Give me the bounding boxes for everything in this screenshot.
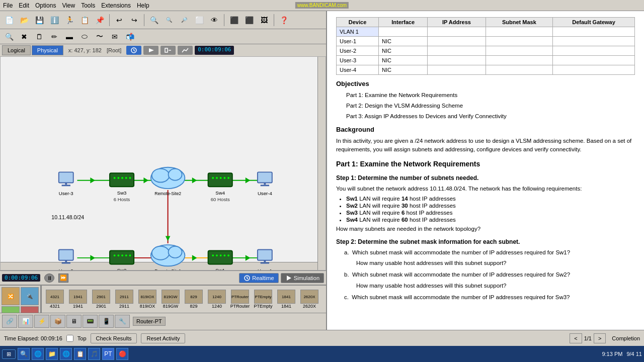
palette-selected-label: Router-PT	[133, 317, 166, 326]
zoom-in-btn[interactable]: 🔍	[147, 13, 161, 27]
start-button[interactable]: ⊞	[2, 349, 16, 359]
taskbar-firefox[interactable]: 🔴	[116, 348, 128, 360]
taskbar-app1[interactable]: 📋	[74, 348, 86, 360]
simulation-btn[interactable]: Simulation	[281, 273, 324, 283]
svg-point-55	[114, 254, 116, 256]
network-canvas[interactable]: User-3 Sw3 6 Hosts Remote-Site2	[0, 56, 326, 270]
palette-tool3[interactable]: ⚡	[34, 315, 49, 328]
activity-btn[interactable]: 🏃	[62, 13, 76, 27]
note-btn[interactable]: 🗒	[32, 30, 46, 44]
zoom-out-btn[interactable]: 🔎	[177, 13, 191, 27]
menu-tools[interactable]: Tools	[81, 2, 95, 9]
svg-point-27	[114, 177, 116, 179]
palette-device-1240[interactable]: 12401240	[206, 290, 228, 309]
play-btn[interactable]: ⏸	[44, 274, 54, 283]
menu-edit[interactable]: Edit	[19, 2, 29, 9]
table-cell	[428, 65, 486, 75]
envelope-btn[interactable]: ✉	[108, 30, 122, 44]
palette-device-PTEmpty[interactable]: PTEmptyPTEmpty	[252, 290, 274, 309]
table-cell	[428, 27, 486, 37]
palette-device-819GW[interactable]: 819GW819GW	[159, 290, 182, 309]
select-btn[interactable]: 🔍	[2, 30, 16, 44]
palette-wireless-icon[interactable]: 📡	[2, 306, 20, 313]
undo-btn[interactable]: ↩	[112, 13, 126, 27]
palette-device-1841[interactable]: 18411841	[275, 290, 297, 309]
svg-rect-48	[261, 185, 269, 186]
save-btn[interactable]: 💾	[32, 13, 46, 27]
redo-btn[interactable]: ↪	[127, 13, 141, 27]
table-cell: User-3	[337, 56, 379, 65]
graph-icon[interactable]	[178, 46, 193, 55]
palette-device-829[interactable]: 829829	[183, 290, 205, 309]
rect-btn[interactable]: ⬜	[192, 13, 206, 27]
palette-device-4321[interactable]: 43214321	[44, 290, 66, 309]
paste-btn[interactable]: 📌	[93, 13, 107, 27]
svg-rect-38	[208, 173, 232, 187]
zoom-out-small-btn[interactable]: 🔍	[162, 13, 176, 27]
reset-activity-button[interactable]: Reset Activity	[141, 333, 185, 343]
pause-btn[interactable]: ⏸	[44, 274, 54, 283]
timer-display: 0:00:09:06	[195, 46, 234, 55]
menu-options[interactable]: Options	[35, 2, 56, 9]
tab-logical[interactable]: Logical	[2, 45, 31, 55]
new-btn[interactable]: 📄	[2, 13, 16, 27]
top-checkbox[interactable]	[66, 335, 73, 342]
menu-extensions[interactable]: Extensions	[101, 2, 131, 9]
menu-help[interactable]: Help	[137, 2, 149, 9]
copy-btn[interactable]: 📋	[77, 13, 92, 27]
palette-device-819IOX[interactable]: 819IOX819IOX	[136, 290, 158, 309]
ellipse-btn[interactable]: ⬭	[77, 30, 92, 44]
taskbar-cortana[interactable]: 🌐	[32, 348, 44, 360]
rect-draw-btn[interactable]: ▬	[62, 30, 76, 44]
palette-tool8[interactable]: 🔧	[115, 315, 130, 328]
freehand-btn[interactable]: 〜	[93, 30, 107, 44]
check-results-button[interactable]: Check Results	[91, 333, 137, 343]
palette-tool7[interactable]: 📱	[99, 315, 114, 328]
mail-btn[interactable]: 📬	[123, 30, 137, 44]
palette-tool5[interactable]: 🖥	[66, 315, 82, 328]
network-icon[interactable]	[160, 46, 176, 55]
info-btn[interactable]: ℹ️	[47, 13, 61, 27]
palette-tool1[interactable]: 🔗	[2, 315, 17, 328]
menu-file[interactable]: File	[3, 2, 13, 9]
help-btn[interactable]: ❓	[277, 13, 291, 27]
realtime-btn[interactable]: Realtime	[239, 273, 278, 283]
taskbar-app2[interactable]: 🎵	[88, 348, 100, 360]
page-nav-right-button[interactable]: >	[594, 333, 606, 343]
svg-rect-52	[62, 262, 70, 264]
pencil-btn[interactable]: ✏	[47, 30, 61, 44]
image-btn[interactable]: 🖼	[257, 13, 271, 27]
palette-device-2901[interactable]: 29012901	[90, 290, 112, 309]
realtime-icon[interactable]	[126, 46, 141, 55]
palette-tool6[interactable]: 📟	[83, 315, 98, 328]
move-btn[interactable]: ✖	[17, 30, 31, 44]
palette-device-PTRouter[interactable]: PTRouterPTRouter	[229, 290, 251, 309]
palette-switch-icon[interactable]: 🔌	[21, 287, 39, 305]
table-header-gateway: Default Gateway	[553, 18, 635, 27]
simulation-icon[interactable]	[143, 46, 158, 55]
palette-router-icon[interactable]: 🔀	[2, 287, 20, 305]
menu-view[interactable]: View	[62, 2, 75, 9]
svg-text:6 Hosts: 6 Hosts	[114, 197, 130, 202]
taskbar-chrome[interactable]: 🌐	[60, 348, 72, 360]
forward-btn[interactable]: ⬛	[227, 13, 241, 27]
svg-marker-17	[192, 177, 197, 184]
taskbar-pt[interactable]: PT	[102, 348, 114, 360]
open-btn[interactable]: 📂	[17, 13, 31, 27]
palette-device-1941[interactable]: 19411941	[67, 290, 89, 309]
backward-btn[interactable]: ⬛	[242, 13, 256, 27]
svg-point-68	[216, 254, 218, 256]
tab-physical[interactable]: Physical	[32, 45, 63, 55]
taskbar-file-explorer[interactable]: 📁	[46, 348, 58, 360]
fast-forward-btn[interactable]: ⏩	[58, 274, 68, 283]
step2-title: Step 2: Determine the subnet mask inform…	[336, 237, 635, 246]
page-nav-left-button[interactable]: <	[570, 333, 582, 343]
palette-tool2[interactable]: 📊	[18, 315, 33, 328]
palette-security-icon[interactable]: 🔒	[21, 306, 39, 313]
palette-tool4[interactable]: 📦	[50, 315, 65, 328]
taskbar-right: 9:13 PM 9/4 11	[602, 351, 642, 357]
taskbar-search[interactable]: 🔍	[18, 348, 30, 360]
palette-device-2911[interactable]: 29112911	[113, 290, 135, 309]
palette-device-2620X[interactable]: 2620X2620X	[298, 290, 320, 309]
view-btn[interactable]: 👁	[207, 13, 221, 27]
